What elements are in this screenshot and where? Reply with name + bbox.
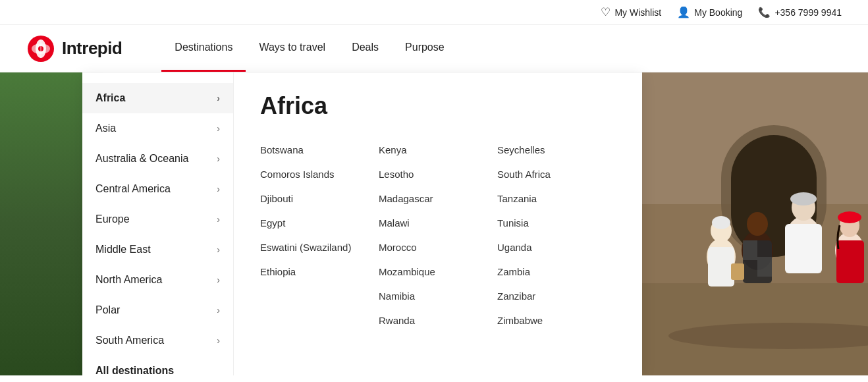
header: Intrepid Destinations Ways to travel Dea… [0,25,868,72]
wishlist-label: My Wishlist [614,7,661,18]
heart-icon: ♡ [601,5,610,19]
dest-zambia[interactable]: Zambia [497,260,616,283]
chevron-right-icon: › [217,275,220,285]
sidebar-all-destinations[interactable]: All destinations [82,356,233,375]
logo-text: Intrepid [62,38,122,59]
dest-comoros-islands[interactable]: Comoros Islands [260,163,379,186]
dest-ethiopia[interactable]: Ethiopia [260,260,379,283]
sidebar-item-australia-oceania[interactable]: Australia & Oceania › [82,144,233,174]
nav-item-ways-to-travel[interactable]: Ways to travel [246,25,339,72]
nav-ways-label: Ways to travel [259,41,325,53]
svg-rect-26 [836,240,864,283]
nav-destinations-label: Destinations [175,41,232,53]
logo[interactable]: Intrepid [26,34,122,63]
dest-eswatini[interactable]: Eswatini (Swaziland) [260,236,379,259]
destinations-column-3: Seychelles South Africa Tanzania Tunisia… [497,138,616,332]
sidebar-item-south-america[interactable]: South America › [82,325,233,356]
nav-deals-label: Deals [352,41,379,53]
dest-malawi[interactable]: Malawi [379,211,497,234]
svg-point-25 [838,211,861,223]
chevron-right-icon: › [217,214,220,225]
chevron-right-icon: › [217,305,220,315]
dest-lesotho[interactable]: Lesotho [379,163,497,186]
dest-zanzibar[interactable]: Zanzibar [497,285,616,308]
nav-purpose-label: Purpose [405,41,445,53]
dest-botswana[interactable]: Botswana [260,138,379,161]
dest-uganda[interactable]: Uganda [497,236,616,259]
dest-seychelles[interactable]: Seychelles [497,138,616,161]
sidebar-item-europe[interactable]: Europe › [82,204,233,234]
phone-number: +356 7999 9941 [774,7,842,18]
svg-point-12 [712,216,730,229]
svg-rect-27 [731,263,744,280]
sidebar-central-america-label: Central America [95,183,171,195]
dest-tunisia[interactable]: Tunisia [497,211,616,234]
sidebar-item-middle-east[interactable]: Middle East › [82,234,233,265]
sidebar-asia-label: Asia [95,123,116,134]
region-content: Africa Botswana Comoros Islands Djibouti… [234,72,642,375]
sidebar-middle-east-label: Middle East [95,244,151,256]
sidebar-item-africa[interactable]: Africa › [82,83,233,113]
left-background [0,72,82,375]
sidebar-item-central-america[interactable]: Central America › [82,174,233,204]
nav-item-destinations[interactable]: Destinations [161,25,246,72]
nav-item-deals[interactable]: Deals [339,25,392,72]
sidebar-north-america-label: North America [95,274,162,286]
phone-link[interactable]: 📞 +356 7999 9941 [758,7,842,18]
chevron-right-icon: › [217,335,220,346]
chevron-right-icon: › [217,184,220,194]
svg-rect-13 [708,247,734,286]
nav-item-purpose[interactable]: Purpose [392,25,458,72]
svg-rect-22 [785,224,822,273]
dest-madagascar[interactable]: Madagascar [379,187,497,210]
destinations-column-2: Kenya Lesotho Madagascar Malawi Morocco … [379,138,497,332]
booking-link[interactable]: 👤 My Booking [677,6,742,18]
chevron-right-icon: › [217,153,220,164]
dest-mozambique[interactable]: Mozambique [379,260,497,283]
wishlist-link[interactable]: ♡ My Wishlist [601,5,661,19]
top-bar: ♡ My Wishlist 👤 My Booking 📞 +356 7999 9… [0,0,868,25]
dest-namibia[interactable]: Namibia [379,285,497,308]
destinations-column-1: Botswana Comoros Islands Djibouti Egypt … [260,138,379,332]
svg-point-15 [747,212,768,236]
right-image-panel [642,72,868,375]
sidebar-polar-label: Polar [95,304,120,316]
svg-rect-17 [743,240,757,260]
dest-zimbabwe[interactable]: Zimbabwe [497,309,616,332]
sidebar-item-north-america[interactable]: North America › [82,265,233,295]
destinations-grid: Botswana Comoros Islands Djibouti Egypt … [260,138,616,332]
hero-image [642,72,868,375]
dropdown-panel: Africa › Asia › Australia & Oceania › Ce… [82,72,642,375]
dest-kenya[interactable]: Kenya [379,138,497,161]
main-nav: Destinations Ways to travel Deals Purpos… [161,25,457,72]
sidebar-australia-label: Australia & Oceania [95,153,188,165]
main-area: Africa › Asia › Australia & Oceania › Ce… [0,72,868,375]
destinations-sidebar: Africa › Asia › Australia & Oceania › Ce… [82,72,234,375]
booking-label: My Booking [694,7,742,18]
sidebar-item-asia[interactable]: Asia › [82,113,233,144]
svg-rect-18 [757,257,772,277]
dest-morocco[interactable]: Morocco [379,236,497,259]
sidebar-south-america-label: South America [95,335,164,346]
chevron-right-icon: › [217,244,220,255]
dest-rwanda[interactable]: Rwanda [379,309,497,332]
dest-tanzania[interactable]: Tanzania [497,187,616,210]
chevron-right-icon: › [217,93,220,103]
dest-egypt[interactable]: Egypt [260,211,379,234]
phone-icon: 📞 [758,7,771,18]
sidebar-all-label: All destinations [95,365,174,375]
chevron-right-icon: › [217,123,220,134]
svg-point-21 [790,192,817,205]
region-title: Africa [260,92,616,120]
dest-djibouti[interactable]: Djibouti [260,187,379,210]
sidebar-item-polar[interactable]: Polar › [82,295,233,325]
sidebar-africa-label: Africa [95,92,125,104]
dest-south-africa[interactable]: South Africa [497,163,616,186]
sidebar-europe-label: Europe [95,213,130,225]
person-icon: 👤 [677,6,690,18]
